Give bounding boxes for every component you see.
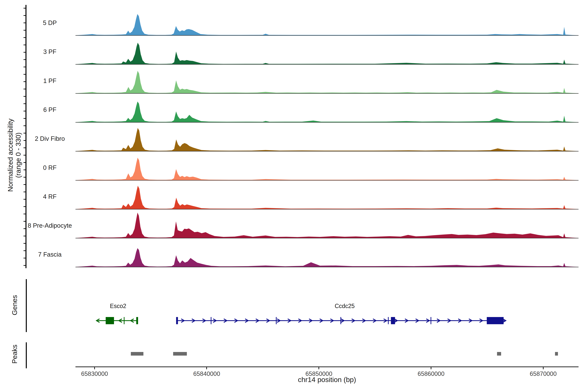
y-axis-tick [24,133,26,134]
gene-name-ccdc25: Ccdc25 [335,303,354,310]
coverage-signal [76,213,578,238]
y-axis-tick [24,214,26,214]
y-axis-tick [24,37,26,38]
y-axis-tick [24,250,26,251]
coverage-track-0-rf [76,152,578,181]
x-axis-tick-label: 65830000 [81,370,108,377]
x-axis-tick [94,367,95,369]
coverage-signal [76,158,578,180]
y-axis-tick [24,236,26,236]
y-axis-tick [24,44,26,45]
x-axis-line [76,366,578,367]
y-axis-tick [24,265,26,266]
y-axis-tick [24,118,26,119]
y-axis-tick [24,162,26,163]
x-axis-title: chr14 position (bp) [298,376,356,384]
track-label-6-pf: 6 PF [4,106,96,113]
track-label-4-rf: 4 RF [4,193,96,200]
track-label-3-pf: 3 PF [4,48,96,55]
peaks-section-label: Peaks [11,345,18,364]
coverage-track-8-pre-adipocyte [76,210,578,239]
gene-ccdc25 [176,317,506,324]
coverage-track-3-pf [76,36,578,65]
y-axis-tick [24,15,26,16]
y-axis-tick [24,177,26,178]
y-axis-tick [24,89,26,89]
x-axis-tick [318,367,319,369]
x-axis-tick-label: 65870000 [530,370,557,377]
y-axis-tick [24,96,26,97]
track-label-1-pf: 1 PF [4,78,96,84]
genes-axis-line [26,279,27,332]
track-label-0-rf: 0 RF [4,164,96,171]
track-label-5-dp: 5 DP [4,20,96,26]
gene-name-esco2: Esco2 [110,303,126,310]
x-axis-tick-label: 65840000 [193,370,220,377]
x-axis-tick [206,367,207,369]
y-axis-tick [24,243,26,244]
peak-interval [173,352,187,356]
track-label-2-div-fibro: 2 Div Fibro [4,135,96,142]
track-label-7-fascia: 7 Fascia [4,251,96,258]
coverage-track-2-div-fibro [76,123,578,152]
y-axis-tick [24,184,26,185]
x-axis-tick [543,367,544,369]
gene-esco2 [96,317,138,324]
y-axis-tick [24,74,26,75]
coverage-track-1-pf [76,65,578,94]
coverage-signal [76,102,578,122]
y-axis-tick [24,30,26,30]
peak-interval [497,352,501,356]
coverage-plot: Normalized accessibility (range 0 - 330)… [0,0,588,392]
y-axis-tick [24,221,26,222]
y-axis-title-line1: Normalized accessibility [6,118,14,192]
coverage-track-4-rf [76,181,578,210]
genes-svg [74,309,580,332]
coverage-signal [76,248,578,267]
peaks-axis-line [26,342,27,368]
y-axis-tick [24,8,26,8]
y-axis-tick [24,67,26,67]
coverage-signal [76,128,578,151]
y-axis-tick [24,155,26,156]
y-axis-tick [24,59,26,60]
y-axis-tick [24,126,26,126]
coverage-track-5-dp [76,7,578,36]
track-label-8-pre-adipocyte: 8 Pre-Adipocyte [4,222,96,229]
coverage-signal [76,14,578,35]
coverage-signal [76,43,578,64]
y-axis-tick [24,206,26,207]
y-axis-tick [24,192,26,192]
y-axis-tick [24,104,26,104]
coverage-signal [76,71,578,93]
coverage-signal [76,186,578,209]
peak-interval [131,352,144,356]
coverage-track-7-fascia [76,239,578,268]
peak-interval [555,352,558,356]
y-axis-tick [24,148,26,148]
x-axis-tick-label: 65860000 [418,370,444,377]
genes-section-label: Genes [11,295,18,315]
x-axis-tick [431,367,431,369]
coverage-track-6-pf [76,94,578,123]
